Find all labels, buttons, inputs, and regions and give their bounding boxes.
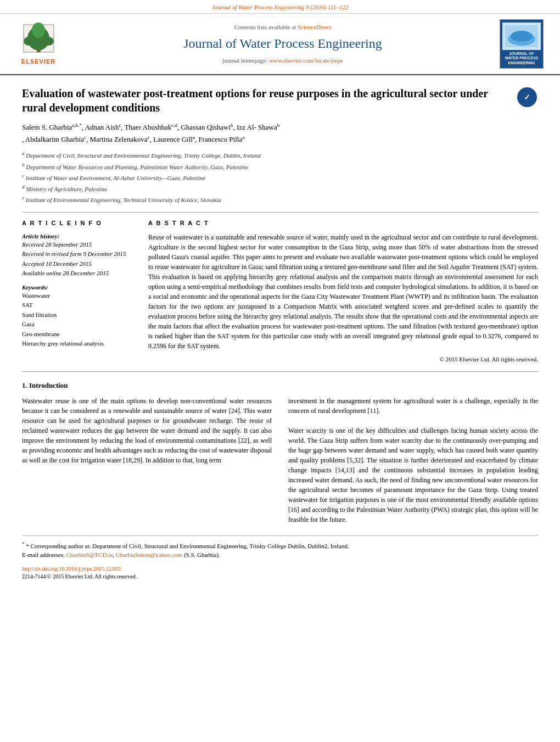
issn-line: 2214-7144/© 2015 Elsevier Ltd. All right… (22, 573, 538, 581)
intro-para-2: investment in the management system for … (288, 396, 538, 416)
keyword-hierarchy: Hierarchy grey relational analysis (22, 339, 132, 348)
affiliation-b: b Department of Water Resources and Plan… (22, 161, 538, 171)
top-banner: Journal of Water Process Engineering 9 (… (0, 0, 560, 14)
elsevier-logo: ELSEVIER (11, 22, 66, 66)
author-9-name: Francesco Pilla (198, 136, 242, 144)
author-8-sup: a (193, 135, 195, 140)
keyword-sand: Sand filtration (22, 311, 132, 319)
journal-title-section: Contents lists available at ScienceDirec… (66, 23, 500, 65)
article-container: Evaluation of wastewater post-treatment … (0, 75, 560, 592)
intro-para-1: Wastewater reuse is one of the main opti… (22, 396, 272, 465)
intro-para-3: Water scarcity is one of the key difficu… (288, 426, 538, 525)
svg-point-5 (32, 23, 45, 38)
elsevier-wordmark: ELSEVIER (21, 58, 55, 66)
history-received: Received 28 September 2015 (22, 241, 132, 249)
crossmark-svg: ✓ (519, 89, 535, 105)
keyword-geo: Geo-membrane (22, 330, 132, 338)
email-1[interactable]: GharbiaS@TCD.ie (66, 551, 113, 558)
abstract-text: Reuse of wastewater is a sustainable and… (148, 232, 538, 351)
crossmark-icon: ✓ (517, 87, 537, 107)
author-5-sup: b (277, 122, 280, 128)
keyword-gaza: Gaza (22, 320, 132, 328)
affiliations-section: a Department of Civil, Structural and En… (22, 150, 538, 204)
abstract-column: A B S T R A C T Reuse of wastewater is a… (148, 219, 538, 364)
divider-1 (22, 212, 538, 213)
elsevier-tree-icon (18, 22, 59, 58)
author-9-sup: a (242, 135, 244, 140)
author-4-sup: b (231, 122, 233, 128)
sciencedirect-prefix: Contents lists available at (234, 24, 297, 30)
svg-point-3 (24, 37, 35, 46)
history-revised: Received in revised form 9 December 2015 (22, 250, 132, 258)
corresponding-note-text: * Corresponding author at: Department of… (26, 543, 349, 549)
corresponding-note: * * Corresponding author at: Department … (22, 540, 538, 550)
intro-col-left: Wastewater reuse is one of the main opti… (22, 396, 272, 525)
article-history: Article history: Received 28 September 2… (22, 232, 132, 278)
homepage-url[interactable]: www.elsevier.com/locate/jwpe (269, 57, 343, 64)
affiliation-a: a Department of Civil, Structural and En… (22, 150, 538, 160)
sciencedirect-line: Contents lists available at ScienceDirec… (77, 23, 489, 31)
introduction-section: 1. Introduction Wastewater reuse is one … (22, 371, 538, 525)
author-7-sup: e (148, 135, 150, 140)
keyword-sat: SAT (22, 301, 132, 309)
intro-two-col: Wastewater reuse is one of the main opti… (22, 396, 538, 525)
article-info-column: A R T I C L E I N F O Article history: R… (22, 219, 132, 364)
keyword-wastewater: Wastewater (22, 292, 132, 300)
email-2[interactable]: GharbiaSalem@yahoo.com (116, 551, 183, 558)
article-title: Evaluation of wastewater post-treatment … (22, 86, 508, 115)
author-6-sup: c (84, 135, 86, 140)
journal-main-title: Journal of Water Process Engineering (77, 35, 489, 53)
article-info-heading: A R T I C L E I N F O (22, 219, 132, 227)
article-title-section: Evaluation of wastewater post-treatment … (22, 86, 538, 115)
author-3-sup: c,d (171, 122, 177, 128)
doi-link[interactable]: http://dx.doi.org/10.1016/j.jwpe.2015.12… (22, 566, 121, 572)
keywords-section: Keywords: Wastewater SAT Sand filtration… (22, 283, 132, 348)
intro-col-right: investment in the management system for … (288, 396, 538, 525)
svg-point-8 (511, 31, 533, 42)
journal-header: ELSEVIER Contents lists available at Sci… (0, 14, 560, 75)
journal-citation: Journal of Water Process Engineering 9 (… (212, 4, 348, 10)
journal-thumbnail: JOURNAL OF WATER PROCESS ENGINEERING (500, 19, 544, 69)
homepage-prefix: journal homepage: (222, 57, 269, 64)
history-accepted: Accepted 10 December 2015 (22, 260, 132, 268)
intro-heading: 1. Introduction (22, 381, 538, 390)
email-label: E-mail addresses: (22, 551, 66, 558)
intro-title: Introduction (29, 381, 68, 389)
journal-thumbnail-section: JOURNAL OF WATER PROCESS ENGINEERING (500, 19, 549, 69)
affiliation-d: d Ministry of Agriculture, Palestine (22, 183, 538, 193)
author-2-sup: c (119, 122, 121, 128)
author-1-name: Salem S. Gharbia (22, 124, 72, 132)
history-label: Article history: (22, 232, 132, 241)
thumb-title: JOURNAL OF WATER PROCESS ENGINEERING (502, 52, 541, 65)
thumb-water-icon (505, 25, 538, 47)
crossmark-badge[interactable]: ✓ (516, 86, 538, 108)
sciencedirect-link[interactable]: ScienceDirect (298, 24, 332, 30)
affiliation-e: e Institute of Environmental Engineering… (22, 194, 538, 204)
author-7-name: Martina Zelenakova (90, 136, 148, 144)
svg-point-4 (43, 37, 54, 46)
thumb-image (502, 23, 541, 50)
corresponding-star: * (79, 122, 82, 128)
svg-text:✓: ✓ (524, 93, 530, 102)
author-8-name: Laurence Gill (153, 136, 193, 144)
email-note: E-mail addresses: GharbiaS@TCD.ie, Gharb… (22, 550, 538, 560)
doi-section: http://dx.doi.org/10.1016/j.jwpe.2015.12… (22, 565, 538, 581)
keywords-label: Keywords: (22, 283, 132, 292)
intro-number: 1. (22, 381, 27, 389)
abstract-heading: A B S T R A C T (148, 219, 538, 227)
author-4-name: Ghassan Qishawi (181, 124, 231, 132)
history-online: Available online 28 December 2015 (22, 269, 132, 277)
elsevier-logo-section: ELSEVIER (11, 22, 66, 66)
author-5-name: Izz Al- Shawa (237, 124, 277, 132)
author-2-name: Adnan Aish (85, 124, 119, 132)
info-abstract-section: A R T I C L E I N F O Article history: R… (22, 219, 538, 364)
copyright-line: © 2015 Elsevier Ltd. All rights reserved… (148, 355, 538, 364)
author-3-name: Thaer Abushbak (125, 124, 172, 132)
email-suffix: (S.S. Gharbia). (182, 551, 220, 558)
author-6-name: , Abdalkarim Gharbia (22, 136, 84, 144)
homepage-line: journal homepage: www.elsevier.com/locat… (77, 57, 489, 65)
affiliation-c: c Institute of Water and Environment, Al… (22, 172, 538, 182)
footnotes-section: * * Corresponding author at: Department … (22, 535, 538, 560)
author-1-sup: a,b, (72, 122, 79, 128)
authors-section: Salem S. Gharbiaa,b,*, Adnan Aishc, Thae… (22, 121, 538, 146)
